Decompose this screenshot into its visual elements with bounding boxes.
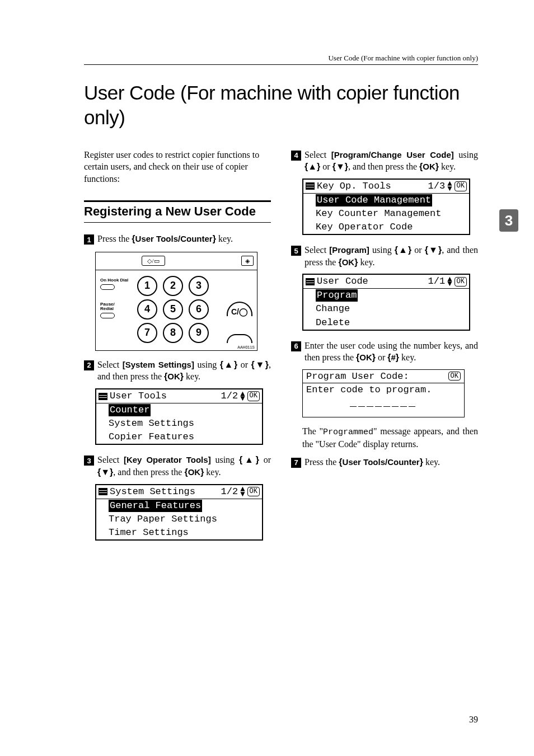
step-text: key. [358, 257, 374, 267]
step-text: key. [439, 162, 456, 171]
lcd-selected: General Features [109, 500, 202, 512]
step-number: 2 [84, 360, 94, 370]
step-3: 3 Select [Key Operator Tools] using {▲} … [84, 454, 271, 478]
lcd-item: Copier Features [96, 430, 262, 444]
keypad-4: 4 [137, 299, 157, 320]
scroll-icon: ▲▼ [447, 277, 452, 287]
ok-indicator: OK [455, 181, 467, 191]
keypad-illustration: ◇/▭ ◈ On Hook Dial Pause/ Redial [95, 252, 257, 351]
menu-icon [99, 488, 107, 495]
step-text: Select [97, 455, 124, 464]
down-arrow-icon: ▼ [336, 162, 345, 171]
lcd-selected: Counter [109, 404, 151, 416]
step-6: 6 Enter the user code using the number k… [291, 340, 478, 364]
lcd-page: 1/1 [428, 275, 446, 288]
step-text: key. [204, 467, 221, 477]
up-arrow-icon: ▲ [398, 245, 408, 255]
lcd-program-code: Program User Code: OK Enter code to prog… [302, 369, 465, 417]
up-arrow-icon: ▲ [223, 360, 234, 369]
lcd-key-op-tools: Key Op. Tools 1/3 ▲▼ OK User Code Manage… [302, 179, 470, 235]
ok-indicator: OK [247, 487, 260, 497]
step-text: Select [97, 360, 123, 369]
down-arrow-icon: ▼ [255, 360, 265, 369]
step-5: 5 Select [Program] using {▲} or {▼}, and… [291, 244, 478, 268]
step-text: using [454, 150, 478, 159]
lcd-item: Timer Settings [96, 526, 262, 539]
ok-indicator: OK [448, 372, 461, 381]
result-note: The "Programmed" message appears, and th… [302, 425, 478, 450]
illustration-id: AAH011S [96, 345, 257, 350]
menu-icon [306, 278, 315, 285]
keypad-7: 7 [137, 323, 157, 343]
key-label: OK [167, 372, 180, 381]
keypad-5: 5 [163, 299, 183, 320]
lcd-page: 1/2 [221, 390, 238, 402]
onhook-label: On Hook Dial [100, 278, 128, 283]
pause-button-icon [100, 313, 115, 318]
lcd-item: Change [303, 302, 469, 316]
key-label: OK [423, 162, 435, 171]
step-number: 6 [291, 341, 301, 351]
lcd-prompt: Enter code to program. [303, 383, 464, 395]
keypad-9: 9 [189, 323, 209, 343]
step-text: using [194, 360, 220, 369]
key-label: OK [359, 353, 372, 362]
page-number: 39 [469, 715, 478, 725]
step-number: 3 [84, 456, 94, 466]
step-text: using [369, 245, 395, 255]
lcd-title: User Code [317, 275, 368, 288]
pause-label: Pause/ [100, 302, 115, 307]
lcd-user-code: User Code 1/1 ▲▼ OK Program Change Delet… [302, 274, 470, 330]
step-number: 7 [291, 458, 301, 468]
menu-name: [Program] [329, 245, 369, 255]
step-number: 5 [291, 246, 301, 256]
lcd-title: System Settings [110, 486, 195, 498]
lcd-item: Delete [303, 316, 469, 330]
step-text: , and then press the [348, 162, 419, 171]
step-text: , and then press the [113, 467, 184, 477]
menu-name: [System Settings] [123, 360, 194, 369]
key-label: User Tools/Counter [343, 457, 420, 467]
up-arrow-icon: ▲ [242, 455, 255, 464]
intro-text: Register user codes to restrict copier f… [84, 149, 271, 185]
menu-name: [Program/Change User Code] [331, 150, 454, 159]
menu-icon [306, 182, 315, 190]
step-number: 4 [291, 151, 301, 161]
step-text: key. [423, 457, 440, 467]
lcd-item: Tray Paper Settings [96, 513, 262, 526]
key-label: OK [342, 257, 355, 267]
step-7: 7 Press the {User Tools/Counter} key. [291, 456, 478, 468]
menu-icon [99, 393, 107, 400]
step-text: or [376, 353, 387, 362]
partial-key-icon [227, 334, 252, 343]
running-header: User Code (For machine with copier funct… [84, 54, 478, 65]
scroll-icon: ▲▼ [240, 487, 245, 496]
step-text: Press the [97, 234, 132, 243]
lcd-system-settings: System Settings 1/2 ▲▼ OK General Featur… [95, 484, 263, 541]
lcd-input-field: ________ [303, 395, 464, 417]
lcd-selected: Program [316, 289, 358, 302]
ok-indicator: OK [247, 391, 260, 401]
key-label: OK [188, 467, 201, 477]
scroll-icon: ▲▼ [447, 181, 452, 191]
up-arrow-icon: ▲ [308, 162, 317, 171]
step-number: 1 [84, 234, 94, 245]
indicator-icon: ◈ [241, 256, 254, 266]
lcd-page: 1/3 [428, 180, 446, 192]
step-text: key. [184, 372, 200, 381]
menu-name: [Key Operator Tools] [124, 455, 211, 464]
section-heading: Registering a New User Code [84, 200, 271, 223]
step-text: using [211, 455, 239, 464]
lcd-item: Key Counter Management [303, 207, 469, 220]
scroll-icon: ▲▼ [240, 392, 245, 401]
lcd-title: Program User Code: [306, 371, 409, 382]
key-label: User Tools/Counter [135, 234, 213, 243]
page-title: User Code (For machine with copier funct… [84, 81, 478, 130]
onhook-button-icon [100, 284, 115, 290]
step-text: key. [216, 234, 233, 243]
step-1: 1 Press the {User Tools/Counter} key. [84, 233, 271, 245]
step-text: Select [305, 150, 331, 159]
step-text: key. [399, 353, 416, 362]
key-label: # [391, 353, 396, 362]
lcd-user-tools: User Tools 1/2 ▲▼ OK Counter System Sett… [95, 388, 263, 445]
